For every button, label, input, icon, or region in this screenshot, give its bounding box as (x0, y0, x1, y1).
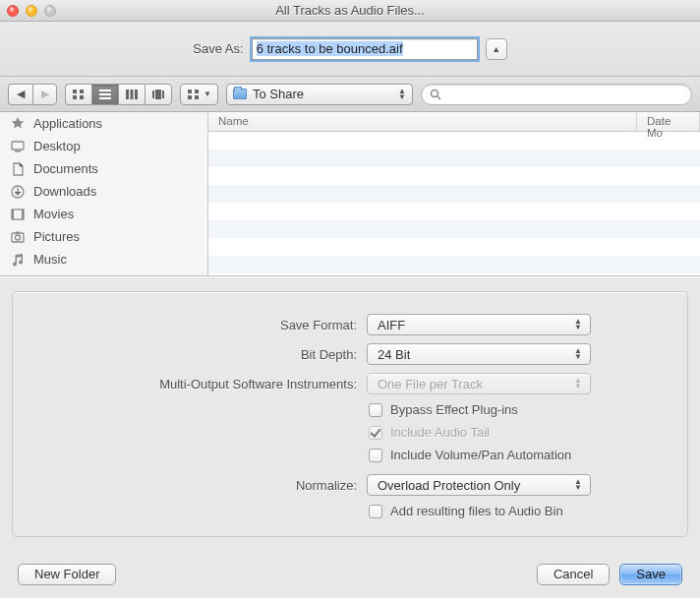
multi-output-label: Multi-Output Software Instruments: (30, 377, 357, 392)
arrange-button[interactable]: ▼ (180, 84, 218, 105)
list-icon (98, 89, 112, 100)
save-format-label: Save Format: (30, 318, 357, 332)
expand-collapse-button[interactable]: ▲ (486, 38, 507, 60)
volpan-row: Include Volume/Pan Automation (30, 444, 670, 466)
popup-value: One File per Track (378, 377, 483, 392)
svg-rect-23 (12, 210, 14, 219)
bit-depth-label: Bit Depth: (30, 347, 357, 362)
save-as-row: Save As: ▲ (0, 22, 700, 77)
path-label: To Share (253, 87, 304, 101)
close-window-button[interactable] (7, 5, 19, 17)
path-popup[interactable]: To Share ▲▼ (226, 84, 413, 105)
list-row (208, 132, 700, 150)
svg-rect-6 (99, 97, 111, 99)
downloads-icon (10, 184, 26, 200)
arrange-segment: ▼ (180, 84, 218, 105)
music-icon (10, 252, 26, 268)
save-format-popup[interactable]: AIFF ▲▼ (367, 314, 591, 335)
addbin-row: Add resulting files to Audio Bin (30, 500, 670, 522)
new-folder-button[interactable]: New Folder (18, 564, 116, 585)
search-field[interactable] (421, 84, 692, 105)
bit-depth-row: Bit Depth: 24 Bit ▲▼ (30, 339, 670, 369)
tail-row: Include Audio Tail (30, 421, 670, 444)
save-as-input[interactable] (252, 38, 478, 60)
svg-rect-13 (188, 90, 192, 93)
file-browser: Applications Desktop Documents Downloads… (0, 112, 700, 276)
search-input[interactable] (447, 88, 683, 101)
sidebar-item-applications[interactable]: Applications (0, 112, 207, 135)
nav-back-forward: ◀ ▶ (8, 84, 57, 105)
svg-rect-3 (80, 95, 84, 99)
column-header-name[interactable]: Name (208, 112, 637, 131)
include-tail-label: Include Audio Tail (390, 425, 490, 440)
popup-value: AIFF (378, 318, 405, 332)
sidebar-item-movies[interactable]: Movies (0, 203, 207, 225)
list-row (208, 185, 700, 203)
finder-toolbar: ◀ ▶ ▼ To Share ▲▼ (0, 77, 700, 112)
svg-rect-7 (126, 90, 129, 99)
save-button[interactable]: Save (619, 564, 682, 585)
bit-depth-popup[interactable]: 24 Bit ▲▼ (367, 343, 591, 365)
columns-icon (125, 89, 139, 100)
back-button[interactable]: ◀ (8, 84, 32, 105)
view-coverflow-button[interactable] (145, 84, 172, 105)
save-as-label: Save As: (193, 41, 243, 56)
sidebar-item-downloads[interactable]: Downloads (0, 180, 207, 203)
sidebar-item-documents[interactable]: Documents (0, 157, 207, 180)
svg-rect-12 (162, 91, 164, 98)
chevron-right-icon: ▶ (41, 88, 49, 100)
file-list-rows (208, 132, 700, 275)
svg-line-18 (438, 96, 440, 99)
normalize-row: Normalize: Overload Protection Only ▲▼ (30, 470, 670, 500)
updown-caret-icon: ▲▼ (398, 89, 406, 100)
multi-output-popup: One File per Track ▲▼ (367, 373, 591, 394)
list-row (208, 238, 700, 256)
sidebar-item-label: Applications (33, 116, 102, 131)
desktop-icon (10, 139, 26, 154)
view-list-button[interactable] (91, 84, 118, 105)
normalize-popup[interactable]: Overload Protection Only ▲▼ (367, 474, 591, 496)
pictures-icon (10, 229, 26, 245)
volpan-checkbox[interactable] (369, 449, 382, 462)
svg-rect-2 (73, 95, 77, 99)
add-to-bin-label: Add resulting files to Audio Bin (390, 504, 563, 518)
forward-button[interactable]: ▶ (32, 84, 57, 105)
view-icons-button[interactable] (65, 84, 91, 105)
popup-value: Overload Protection Only (378, 478, 520, 493)
bypass-checkbox[interactable] (369, 403, 382, 417)
volpan-label: Include Volume/Pan Automation (390, 448, 571, 462)
file-list-pane: Name Date Mo (208, 112, 700, 275)
svg-rect-19 (12, 142, 24, 150)
movies-icon (10, 207, 26, 222)
coverflow-icon (151, 89, 165, 100)
svg-rect-15 (188, 95, 192, 99)
svg-rect-11 (155, 90, 161, 99)
sidebar-item-label: Movies (33, 207, 74, 221)
sidebar-item-music[interactable]: Music (0, 248, 207, 271)
popup-value: 24 Bit (378, 347, 410, 362)
search-icon (430, 89, 441, 100)
cancel-button[interactable]: Cancel (537, 564, 610, 585)
minimize-window-button[interactable] (26, 5, 37, 17)
sidebar-item-label: Documents (33, 161, 98, 176)
sidebar-item-label: Pictures (33, 229, 80, 244)
sidebar-item-label: Downloads (33, 184, 96, 199)
svg-rect-10 (152, 91, 154, 98)
svg-rect-0 (73, 90, 77, 93)
add-to-bin-checkbox[interactable] (369, 505, 382, 518)
list-row (208, 220, 700, 238)
sidebar-item-pictures[interactable]: Pictures (0, 225, 207, 248)
svg-rect-14 (195, 90, 199, 93)
chevron-left-icon: ◀ (17, 88, 25, 100)
updown-caret-icon: ▲▼ (574, 319, 582, 331)
chevron-up-icon: ▲ (492, 44, 500, 54)
window-title: All Tracks as Audio Files... (0, 3, 700, 18)
view-columns-button[interactable] (118, 84, 145, 105)
window-titlebar: All Tracks as Audio Files... (0, 0, 700, 22)
svg-point-17 (431, 90, 438, 96)
column-header-date[interactable]: Date Mo (637, 112, 700, 131)
chevron-down-icon: ▼ (204, 90, 211, 98)
sidebar-item-desktop[interactable]: Desktop (0, 135, 207, 157)
applications-icon (10, 116, 26, 132)
svg-rect-9 (135, 90, 138, 99)
